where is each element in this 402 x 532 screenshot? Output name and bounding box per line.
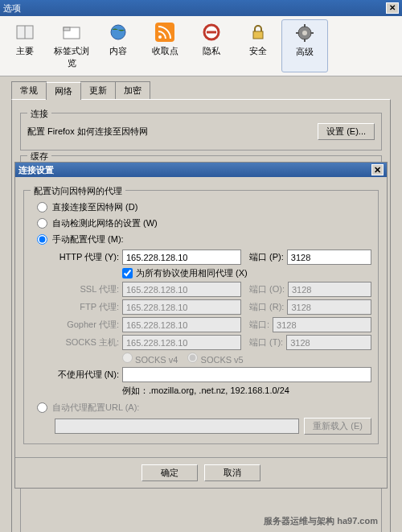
socks-proxy-input: [122, 335, 241, 350]
gear-icon: [295, 23, 314, 43]
ok-button[interactable]: 确定: [142, 464, 198, 481]
socks-port-input: [286, 335, 371, 350]
ssl-port-label: 端口 (O):: [249, 283, 285, 295]
globe-icon: [109, 23, 128, 42]
http-proxy-label: HTTP 代理 (Y):: [55, 251, 119, 263]
http-proxy-input[interactable]: [122, 250, 241, 265]
svg-point-4: [111, 25, 125, 39]
radio-socks-v5: [187, 353, 198, 363]
svg-rect-9: [253, 31, 263, 39]
dialog-titlebar: 连接设置 ✕: [15, 163, 387, 177]
reload-button: 重新载入 (E): [304, 418, 371, 435]
toolbar-feeds[interactable]: 收取点: [142, 19, 188, 72]
svg-rect-3: [64, 27, 70, 31]
advanced-tabs: 常规 网络 更新 加密: [0, 76, 402, 99]
gopher-proxy-label: Gopher 代理:: [55, 319, 119, 331]
watermark-text: 服务器运维与架构 ha97.com: [264, 515, 378, 527]
http-port-input[interactable]: [287, 250, 371, 265]
tab-encryption[interactable]: 加密: [115, 81, 150, 99]
gopher-port-input: [273, 317, 371, 332]
home-icon: [15, 23, 35, 42]
window-close-button[interactable]: ✕: [386, 2, 399, 14]
radio-auto-detect[interactable]: [37, 218, 47, 229]
toolbar-advanced[interactable]: 高级: [281, 19, 328, 72]
dialog-title: 连接设置: [18, 164, 54, 176]
cancel-button[interactable]: 取消: [204, 464, 260, 481]
ftp-proxy-input: [122, 299, 241, 315]
gopher-proxy-input: [122, 317, 241, 332]
toolbar-content[interactable]: 内容: [95, 19, 142, 72]
window-titlebar: 选项 ✕: [0, 0, 402, 16]
http-port-label: 端口 (P):: [249, 251, 284, 263]
toolbar-main[interactable]: 主要: [2, 19, 48, 72]
ssl-port-input: [288, 282, 371, 297]
socks-proxy-label: SOCKS 主机:: [55, 336, 119, 348]
dialog-close-button[interactable]: ✕: [371, 164, 384, 175]
privacy-icon: [202, 23, 221, 42]
lock-icon: [248, 23, 268, 42]
connection-fieldset: 连接 配置 Firefox 如何连接至因特网 设置 (E)...: [20, 113, 382, 151]
gopher-port-label: 端口:: [249, 319, 269, 331]
tab-update[interactable]: 更新: [80, 81, 116, 99]
radio-socks-v4: [122, 353, 133, 363]
radio-direct[interactable]: [37, 202, 47, 212]
tabs-icon: [62, 23, 81, 42]
tab-general[interactable]: 常规: [11, 81, 47, 99]
window-title: 选项: [3, 2, 21, 14]
toolbar-security[interactable]: 安全: [235, 19, 281, 72]
svg-point-11: [302, 31, 307, 35]
svg-point-6: [158, 35, 162, 39]
same-proxy-checkbox[interactable]: [122, 268, 133, 278]
tab-network[interactable]: 网络: [46, 82, 81, 100]
auto-url-input: [55, 419, 299, 434]
options-toolbar: 主要 标签式浏览 内容 收取点 隐私 安全 高级: [0, 16, 402, 76]
proxy-config-legend: 配置访问因特网的代理: [31, 185, 125, 197]
rss-icon: [155, 23, 174, 42]
no-proxy-example: 例如：.mozilla.org, .net.nz, 192.168.1.0/24: [122, 385, 371, 397]
no-proxy-label: 不使用代理 (N):: [55, 369, 119, 381]
ftp-proxy-label: FTP 代理:: [55, 301, 119, 313]
connection-settings-button[interactable]: 设置 (E)...: [318, 123, 375, 140]
svg-rect-5: [155, 23, 174, 42]
ftp-port-input: [287, 299, 371, 315]
ssl-proxy-label: SSL 代理:: [55, 283, 119, 295]
connection-settings-dialog: 连接设置 ✕ 配置访问因特网的代理 直接连接至因特网 (D) 自动检测此网络的设…: [14, 162, 388, 489]
ftp-port-label: 端口 (R):: [249, 301, 284, 313]
ssl-proxy-input: [122, 282, 241, 297]
socks-port-label: 端口 (T):: [249, 336, 283, 348]
toolbar-tabs[interactable]: 标签式浏览: [48, 19, 95, 72]
no-proxy-input[interactable]: [122, 367, 371, 382]
radio-manual[interactable]: [37, 234, 47, 245]
connection-desc: 配置 Firefox 如何连接至因特网: [27, 126, 148, 138]
connection-legend: 连接: [27, 108, 51, 120]
cache-legend: 缓存: [27, 151, 51, 163]
proxy-config-fieldset: 配置访问因特网的代理 直接连接至因特网 (D) 自动检测此网络的设置 (W) 手…: [23, 190, 379, 444]
toolbar-privacy[interactable]: 隐私: [188, 19, 235, 72]
radio-auto-url[interactable]: [37, 402, 47, 413]
